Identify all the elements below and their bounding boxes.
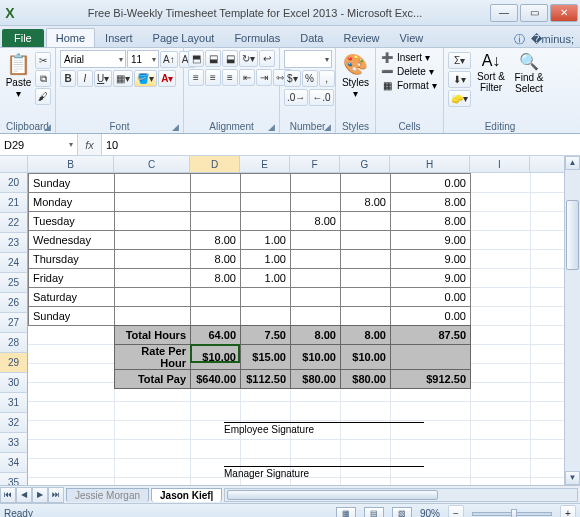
format-cells-button[interactable]: ▦Format ▾ — [380, 80, 437, 91]
cell-styles-button[interactable]: 🎨 Styles▾ — [340, 50, 371, 99]
scroll-up-button[interactable]: ▲ — [565, 156, 580, 170]
vertical-scrollbar[interactable]: ▲ ▼ — [564, 156, 580, 485]
sheet-tab-1[interactable]: Jessie Morgan — [66, 488, 149, 502]
col-header-c[interactable]: C — [114, 156, 190, 172]
scroll-down-button[interactable]: ▼ — [565, 471, 580, 485]
row-header-27[interactable]: 27 — [0, 313, 28, 333]
underline-button[interactable]: U▾ — [94, 70, 112, 87]
minimize-button[interactable]: — — [490, 4, 518, 22]
row-header-24[interactable]: 24 — [0, 253, 28, 273]
horizontal-scrollbar[interactable] — [224, 488, 578, 502]
row-header-26[interactable]: 26 — [0, 293, 28, 313]
delete-cells-button[interactable]: ➖Delete ▾ — [380, 66, 437, 77]
format-painter-button[interactable]: 🖌 — [35, 88, 51, 105]
paste-button[interactable]: 📋 Paste▾ — [4, 50, 33, 99]
row-header-35[interactable]: 35 — [0, 473, 28, 485]
wrap-text-button[interactable]: ↩ — [259, 50, 275, 67]
tab-page-layout[interactable]: Page Layout — [143, 28, 225, 47]
sheet-nav-first[interactable]: ⏮ — [0, 487, 16, 503]
copy-button[interactable]: ⧉ — [35, 70, 51, 87]
tab-home[interactable]: Home — [46, 28, 95, 47]
minimize-ribbon-icon[interactable]: �minus; — [531, 33, 574, 46]
maximize-button[interactable]: ▭ — [520, 4, 548, 22]
zoom-out-button[interactable]: − — [448, 505, 464, 517]
row-header-32[interactable]: 32 — [0, 413, 28, 433]
grow-font-button[interactable]: A↑ — [160, 51, 178, 68]
decrease-indent-button[interactable]: ⇤ — [239, 69, 255, 86]
sheet-tab-2[interactable]: Jason Kief| — [151, 488, 222, 502]
row-header-33[interactable]: 33 — [0, 433, 28, 453]
col-header-f[interactable]: F — [290, 156, 340, 172]
row-header-34[interactable]: 34 — [0, 453, 28, 473]
row-header-30[interactable]: 30 — [0, 373, 28, 393]
vscroll-thumb[interactable] — [566, 200, 579, 270]
worksheet-grid[interactable]: B C D E F G H I 202122232425262728293031… — [0, 156, 580, 485]
font-name-combo[interactable]: Arial — [60, 50, 126, 68]
align-bottom-button[interactable]: ⬓ — [222, 50, 238, 67]
row-header-28[interactable]: 28 — [0, 333, 28, 353]
tab-review[interactable]: Review — [333, 28, 389, 47]
help-icon[interactable]: ⓘ — [514, 32, 525, 47]
fx-icon[interactable]: fx — [78, 134, 102, 155]
manager-signature-line: Manager Signature — [224, 466, 424, 479]
sort-filter-button[interactable]: A↓ Sort & Filter — [473, 50, 509, 93]
sheet-nav-prev[interactable]: ◀ — [16, 487, 32, 503]
bold-button[interactable]: B — [60, 70, 76, 87]
row-header-31[interactable]: 31 — [0, 393, 28, 413]
totals-table: Total Hours 64.00 7.50 8.00 8.00 87.50 R… — [114, 325, 471, 389]
row-header-22[interactable]: 22 — [0, 213, 28, 233]
hscroll-thumb[interactable] — [227, 490, 438, 500]
autosum-button[interactable]: Σ▾ — [448, 52, 471, 69]
formula-input[interactable]: 10 — [102, 134, 580, 155]
sheet-nav-last[interactable]: ⏭ — [48, 487, 64, 503]
font-color-button[interactable]: A▾ — [158, 70, 176, 87]
page-layout-view-button[interactable]: ▤ — [364, 507, 384, 518]
align-right-button[interactable]: ≡ — [222, 69, 238, 86]
tab-data[interactable]: Data — [290, 28, 333, 47]
zoom-level[interactable]: 90% — [420, 508, 440, 517]
zoom-slider[interactable] — [472, 512, 552, 516]
tab-view[interactable]: View — [390, 28, 434, 47]
align-top-button[interactable]: ⬒ — [188, 50, 204, 67]
increase-indent-button[interactable]: ⇥ — [256, 69, 272, 86]
page-break-view-button[interactable]: ▧ — [392, 507, 412, 518]
font-size-combo[interactable]: 11 — [127, 50, 159, 68]
insert-cells-button[interactable]: ➕Insert ▾ — [380, 52, 437, 63]
row-header-25[interactable]: 25 — [0, 273, 28, 293]
accounting-format-button[interactable]: $▾ — [284, 70, 301, 87]
zoom-in-button[interactable]: + — [560, 505, 576, 517]
find-select-button[interactable]: 🔍 Find & Select — [511, 50, 547, 94]
fill-button[interactable]: ⬇▾ — [448, 71, 471, 88]
tab-file[interactable]: File — [2, 29, 44, 47]
align-center-button[interactable]: ≡ — [205, 69, 221, 86]
col-header-d[interactable]: D — [190, 156, 240, 172]
fill-color-button[interactable]: 🪣▾ — [134, 70, 157, 87]
align-left-button[interactable]: ≡ — [188, 69, 204, 86]
sheet-nav-next[interactable]: ▶ — [32, 487, 48, 503]
comma-format-button[interactable]: , — [319, 70, 335, 87]
italic-button[interactable]: I — [77, 70, 93, 87]
orientation-button[interactable]: ↻▾ — [239, 50, 258, 67]
clear-button[interactable]: 🧽▾ — [448, 90, 471, 107]
increase-decimal-button[interactable]: .0→ — [284, 89, 308, 106]
col-header-b[interactable]: B — [28, 156, 114, 172]
align-middle-button[interactable]: ⬓ — [205, 50, 221, 67]
tab-insert[interactable]: Insert — [95, 28, 143, 47]
row-header-21[interactable]: 21 — [0, 193, 28, 213]
col-header-e[interactable]: E — [240, 156, 290, 172]
close-button[interactable]: ✕ — [550, 4, 578, 22]
cut-button[interactable]: ✂ — [35, 52, 51, 69]
number-format-combo[interactable] — [284, 50, 332, 68]
percent-format-button[interactable]: % — [302, 70, 318, 87]
col-header-i[interactable]: I — [470, 156, 530, 172]
row-header-23[interactable]: 23 — [0, 233, 28, 253]
normal-view-button[interactable]: ▦ — [336, 507, 356, 518]
border-button[interactable]: ▦▾ — [113, 70, 133, 87]
row-header-29[interactable]: 29 — [0, 353, 28, 373]
decrease-decimal-button[interactable]: ←.0 — [309, 89, 333, 106]
name-box[interactable]: D29 — [0, 134, 78, 155]
tab-formulas[interactable]: Formulas — [224, 28, 290, 47]
col-header-g[interactable]: G — [340, 156, 390, 172]
col-header-h[interactable]: H — [390, 156, 470, 172]
row-header-20[interactable]: 20 — [0, 173, 28, 193]
